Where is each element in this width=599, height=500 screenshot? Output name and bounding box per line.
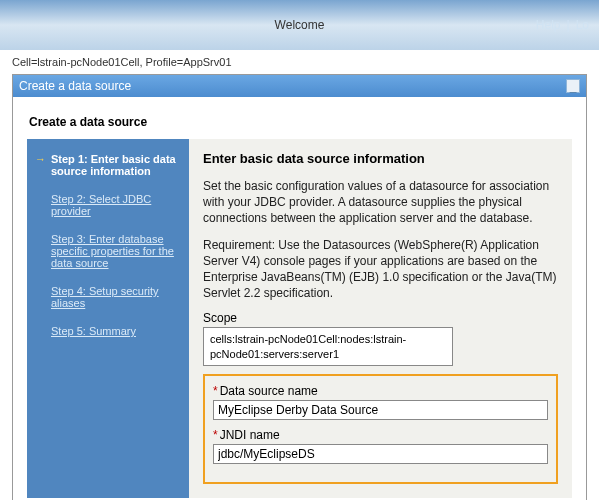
jndi-name-label: *JNDI name xyxy=(213,428,548,442)
portlet-title: Create a data source xyxy=(19,79,131,93)
data-source-name-label: *Data source name xyxy=(213,384,548,398)
scope-label: Scope xyxy=(203,311,558,325)
wizard: → Step 1: Enter basic data source inform… xyxy=(27,139,572,498)
step-2: Step 2: Select JDBC provider xyxy=(33,187,181,227)
help-link[interactable]: Help xyxy=(536,18,561,32)
step-1: → Step 1: Enter basic data source inform… xyxy=(33,147,181,187)
portlet-content: Create a data source → Step 1: Enter bas… xyxy=(13,97,586,500)
welcome-text: Welcome xyxy=(275,18,325,32)
main-paragraph-1: Set the basic configuration values of a … xyxy=(203,178,558,227)
top-banner: Welcome Help | Lo xyxy=(0,0,599,50)
section-heading: Create a data source xyxy=(29,115,572,129)
arrow-icon: → xyxy=(35,153,51,165)
step-5-label[interactable]: Step 5: Summary xyxy=(51,325,179,337)
wizard-main: Enter basic data source information Set … xyxy=(189,139,572,498)
top-separator: | xyxy=(567,18,570,32)
main-heading: Enter basic data source information xyxy=(203,151,558,166)
highlighted-fields: *Data source name *JNDI name xyxy=(203,374,558,484)
step-5: Step 5: Summary xyxy=(33,319,181,347)
jndi-name-input[interactable] xyxy=(213,444,548,464)
step-nav: → Step 1: Enter basic data source inform… xyxy=(27,139,189,498)
minimize-button[interactable]: _ xyxy=(566,79,580,93)
required-icon: * xyxy=(213,384,218,398)
required-icon: * xyxy=(213,428,218,442)
data-source-name-input[interactable] xyxy=(213,400,548,420)
logout-link[interactable]: Lo xyxy=(576,18,589,32)
step-4-label[interactable]: Step 4: Setup security aliases xyxy=(51,285,179,309)
scope-readonly: cells:lstrain-pcNode01Cell:nodes:lstrain… xyxy=(203,327,453,366)
step-4: Step 4: Setup security aliases xyxy=(33,279,181,319)
step-1-label: Step 1: Enter basic data source informat… xyxy=(51,153,179,177)
step-3: Step 3: Enter database specific properti… xyxy=(33,227,181,279)
portlet-panel: Create a data source _ Create a data sou… xyxy=(12,74,587,500)
main-paragraph-2: Requirement: Use the Datasources (WebSph… xyxy=(203,237,558,302)
step-3-label[interactable]: Step 3: Enter database specific properti… xyxy=(51,233,179,269)
cell-profile-text: Cell=lstrain-pcNode01Cell, Profile=AppSr… xyxy=(0,50,599,74)
portlet-title-bar: Create a data source _ xyxy=(13,75,586,97)
step-2-label[interactable]: Step 2: Select JDBC provider xyxy=(51,193,179,217)
